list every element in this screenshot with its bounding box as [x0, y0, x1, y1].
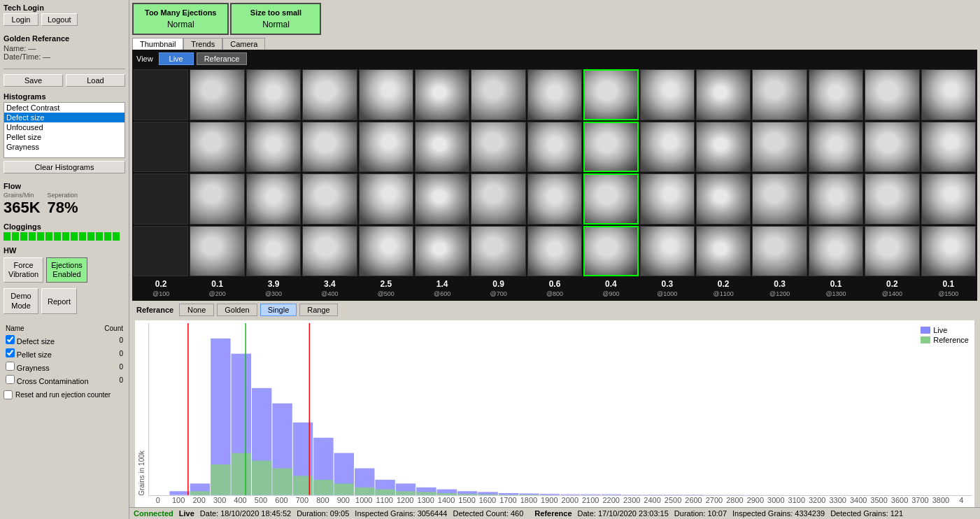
grid-cell-3-14[interactable] — [921, 226, 976, 277]
grid-cell-3-5[interactable] — [415, 226, 469, 277]
score-at-10: @1100 — [696, 290, 751, 299]
view-live-button[interactable]: Live — [159, 52, 194, 65]
grid-cell-0-7[interactable] — [527, 69, 582, 120]
grid-cell-3-6[interactable] — [471, 226, 525, 277]
grid-cell-3-2[interactable] — [246, 226, 301, 277]
grid-cell-2-7[interactable] — [527, 173, 582, 225]
grid-cell-3-1[interactable] — [190, 226, 244, 277]
grid-cell-2-4[interactable] — [359, 173, 413, 225]
grid-cell-0-0[interactable] — [134, 69, 188, 120]
save-button[interactable]: Save — [3, 74, 63, 87]
grid-cell-0-13[interactable] — [865, 69, 919, 120]
score-at-9: @1000 — [640, 290, 695, 299]
tab-trends[interactable]: Trends — [183, 38, 222, 50]
login-button[interactable]: Login — [3, 13, 38, 26]
grid-cell-0-14[interactable] — [921, 69, 976, 120]
tab-thumbnail[interactable]: Thumbnail — [132, 38, 183, 50]
svg-rect-41 — [663, 495, 683, 495]
grid-cell-1-10[interactable] — [696, 122, 751, 173]
view-reference-button[interactable]: Referance — [197, 52, 248, 65]
grid-cell-3-9[interactable] — [640, 226, 695, 277]
ref-single-button[interactable]: Single — [260, 304, 297, 316]
load-button[interactable]: Load — [66, 74, 125, 87]
grid-cell-3-3[interactable] — [302, 226, 357, 277]
score-val-7: 0.6 — [527, 279, 582, 290]
grid-cell-2-14[interactable] — [921, 173, 976, 225]
grid-cell-0-11[interactable] — [752, 69, 807, 120]
grid-cell-2-11[interactable] — [752, 173, 807, 225]
histogram-item-pellet-size[interactable]: Pellet size — [4, 132, 125, 142]
checkbox-pellet-size[interactable] — [6, 348, 15, 357]
grid-cell-1-9[interactable] — [640, 122, 695, 173]
grid-cell-1-4[interactable] — [359, 122, 413, 173]
grid-cell-3-12[interactable] — [809, 226, 863, 277]
grid-cell-3-0[interactable] — [134, 226, 188, 277]
histogram-list[interactable]: Defect Contrast Defect size Unfocused Pe… — [3, 102, 125, 158]
grid-cell-0-2[interactable] — [246, 69, 301, 120]
ref-golden-button[interactable]: Golden — [217, 304, 257, 316]
grid-cell-2-0[interactable] — [134, 173, 188, 225]
grid-cell-0-3[interactable] — [302, 69, 357, 120]
grid-cell-1-6[interactable] — [471, 122, 525, 173]
grid-cell-2-12[interactable] — [809, 173, 863, 225]
grid-cell-1-12[interactable] — [809, 122, 863, 173]
grid-cell-3-4[interactable] — [359, 226, 413, 277]
force-vibration-button[interactable]: Force Vibration — [3, 257, 43, 283]
grid-cell-2-9[interactable] — [640, 173, 695, 225]
grid-cell-1-14[interactable] — [921, 122, 976, 173]
ejections-enabled-button[interactable]: Ejections Enabled — [46, 257, 87, 283]
histogram-item-grayness[interactable]: Grayness — [4, 142, 125, 152]
grid-cell-2-13[interactable] — [865, 173, 919, 225]
grid-cell-0-6[interactable] — [471, 69, 525, 120]
legend-reference: Reference — [921, 336, 969, 344]
grid-cell-2-6[interactable] — [471, 173, 525, 225]
score-at-8: @900 — [583, 290, 638, 299]
grid-cell-1-8[interactable] — [583, 122, 638, 173]
grid-cell-3-13[interactable] — [865, 226, 919, 277]
grid-cell-0-1[interactable] — [190, 69, 244, 120]
grid-cell-2-10[interactable] — [696, 173, 751, 225]
grid-cell-0-8[interactable] — [583, 69, 638, 120]
pellet-image — [585, 123, 637, 171]
histogram-item-defect-size[interactable]: Defect size — [4, 113, 125, 122]
histogram-item-defect-contrast[interactable]: Defect Contrast — [4, 103, 125, 113]
grid-cell-0-12[interactable] — [809, 69, 863, 120]
checkbox-defect-size[interactable] — [6, 335, 15, 344]
grid-cell-2-3[interactable] — [302, 173, 357, 225]
report-button[interactable]: Report — [41, 288, 77, 313]
grid-cell-0-4[interactable] — [359, 69, 413, 120]
clear-histograms-button[interactable]: Clear Histograms — [3, 161, 125, 173]
grid-cell-0-10[interactable] — [696, 69, 751, 120]
grid-cell-1-7[interactable] — [527, 122, 582, 173]
grid-cell-3-8[interactable] — [583, 226, 638, 277]
grid-cell-3-11[interactable] — [752, 226, 807, 277]
grid-cell-2-5[interactable] — [415, 173, 469, 225]
grid-cell-2-8[interactable] — [583, 173, 638, 225]
grid-cell-2-2[interactable] — [246, 173, 301, 225]
score-cell-7: 0.6@800 — [527, 279, 582, 298]
grid-cell-1-0[interactable] — [134, 122, 188, 173]
grid-cell-1-5[interactable] — [415, 122, 469, 173]
clogging-segment-1 — [12, 232, 19, 241]
grid-cell-3-7[interactable] — [527, 226, 582, 277]
x-tick-7: 700 — [292, 496, 312, 504]
tab-camera[interactable]: Camera — [222, 38, 265, 50]
grid-cell-1-3[interactable] — [302, 122, 357, 173]
grid-cell-2-1[interactable] — [190, 173, 244, 225]
histogram-item-unfocused[interactable]: Unfocused — [4, 122, 125, 132]
grid-cell-0-5[interactable] — [415, 69, 469, 120]
grid-cell-1-2[interactable] — [246, 122, 301, 173]
score-val-1: 0.1 — [190, 279, 244, 290]
grid-cell-1-1[interactable] — [190, 122, 244, 173]
demo-mode-button[interactable]: Demo Mode — [3, 288, 38, 313]
checkbox-cross-contamination[interactable] — [6, 375, 15, 384]
checkbox-grayness[interactable] — [6, 362, 15, 371]
grid-cell-3-10[interactable] — [696, 226, 751, 277]
logout-button[interactable]: Logout — [41, 13, 78, 26]
grid-cell-0-9[interactable] — [640, 69, 695, 120]
ref-none-button[interactable]: None — [179, 304, 214, 316]
ref-range-button[interactable]: Range — [299, 304, 337, 316]
grid-cell-1-11[interactable] — [752, 122, 807, 173]
grid-cell-1-13[interactable] — [865, 122, 919, 173]
reset-checkbox[interactable] — [3, 390, 13, 399]
